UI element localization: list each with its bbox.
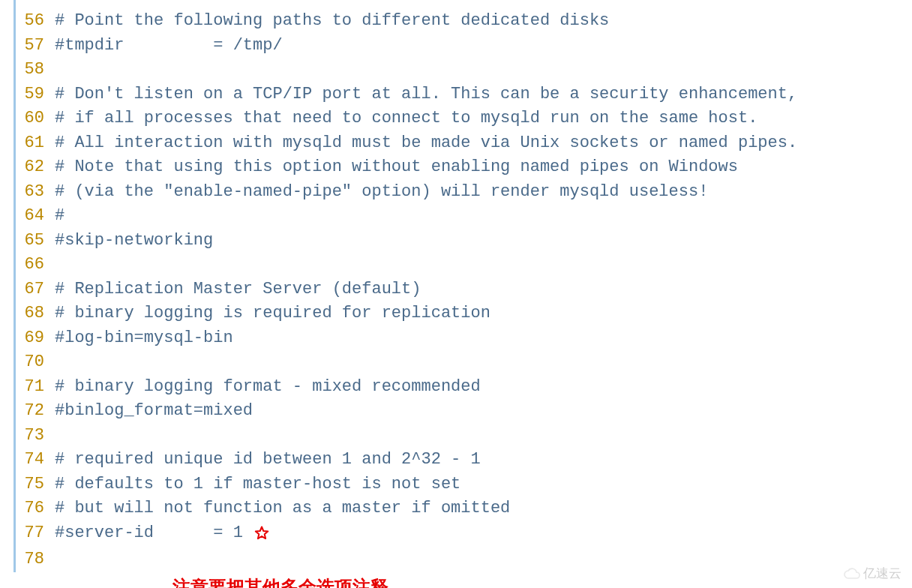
line-number: 60 xyxy=(16,106,55,131)
code-line: 57#tmpdir = /tmp/ xyxy=(16,34,912,58)
code-line: 70 xyxy=(16,350,912,375)
code-text: # binary logging format - mixed recommen… xyxy=(55,375,481,400)
code-text: # (via the "enable-named-pipe" option) w… xyxy=(55,180,708,205)
line-number: 65 xyxy=(16,229,55,254)
code-line: 55 xyxy=(16,3,912,9)
line-number: 72 xyxy=(16,399,55,424)
code-line: 65#skip-networking xyxy=(16,229,912,254)
line-number: 76 xyxy=(16,496,55,521)
code-line: 60# if all processes that need to connec… xyxy=(16,106,912,131)
cloud-icon xyxy=(844,568,860,580)
code-text: # Note that using this option without en… xyxy=(55,155,738,180)
line-number: 55 xyxy=(16,3,55,9)
line-number: 57 xyxy=(16,34,55,58)
code-line: 76# but will not function as a master if… xyxy=(16,496,912,521)
code-line: 73 xyxy=(16,424,912,448)
code-line: 71# binary logging format - mixed recomm… xyxy=(16,375,912,400)
code-text: #tmpdir = /tmp/ xyxy=(55,34,283,58)
code-text: # Point the following paths to different… xyxy=(55,9,609,34)
code-text: # but will not function as a master if o… xyxy=(55,496,510,521)
code-line: 78 xyxy=(16,548,912,572)
code-text: #server-id = 1 xyxy=(55,521,253,546)
code-text: # xyxy=(55,204,64,229)
line-number: 71 xyxy=(16,375,55,400)
line-number: 56 xyxy=(16,9,55,34)
line-number: 62 xyxy=(16,155,55,180)
code-line: 64# xyxy=(16,204,912,229)
star-icon xyxy=(253,525,271,552)
code-line: 74# required unique id between 1 and 2^3… xyxy=(16,448,912,472)
line-number: 70 xyxy=(16,350,55,375)
code-text: # defaults to 1 if master-host is not se… xyxy=(55,472,460,497)
line-number: 75 xyxy=(16,472,55,497)
line-number: 59 xyxy=(16,82,55,107)
line-number: 68 xyxy=(16,302,55,326)
code-text: #log-bin=mysql-bin xyxy=(55,326,233,351)
line-number: 64 xyxy=(16,204,55,229)
code-line: 63# (via the "enable-named-pipe" option)… xyxy=(16,180,912,205)
line-number: 63 xyxy=(16,180,55,205)
code-line: 75# defaults to 1 if master-host is not … xyxy=(16,472,912,497)
line-number: 61 xyxy=(16,131,55,156)
line-number: 74 xyxy=(16,448,55,472)
code-line: 62# Note that using this option without … xyxy=(16,155,912,180)
code-text: # Don't listen on a TCP/IP port at all. … xyxy=(55,82,797,107)
code-line: 69#log-bin=mysql-bin xyxy=(16,326,912,351)
code-text: #binlog_format=mixed xyxy=(55,399,253,424)
line-number: 66 xyxy=(16,253,55,278)
code-editor: 5556# Point the following paths to diffe… xyxy=(14,0,912,572)
line-number: 67 xyxy=(16,278,55,302)
watermark-text: 亿速云 xyxy=(863,565,902,582)
code-text: # required unique id between 1 and 2^32 … xyxy=(55,448,481,472)
code-line: 58 xyxy=(16,58,912,82)
watermark: 亿速云 xyxy=(844,565,902,582)
code-line: 61# All interaction with mysqld must be … xyxy=(16,131,912,156)
line-number: 69 xyxy=(16,326,55,351)
line-number: 73 xyxy=(16,424,55,448)
code-line: 56# Point the following paths to differe… xyxy=(16,9,912,34)
code-text: # All interaction with mysqld must be ma… xyxy=(55,131,797,156)
annotation-text: 注意要把其他多余选项注释 xyxy=(172,575,912,589)
code-line: 59# Don't listen on a TCP/IP port at all… xyxy=(16,82,912,107)
code-text: # Replication Master Server (default) xyxy=(55,278,421,302)
code-text: # if all processes that need to connect … xyxy=(55,106,758,131)
code-line: 66 xyxy=(16,253,912,278)
line-number: 58 xyxy=(16,58,55,82)
code-line: 68# binary logging is required for repli… xyxy=(16,302,912,326)
code-text: #skip-networking xyxy=(55,229,213,254)
line-number: 78 xyxy=(16,548,55,572)
code-line: 72#binlog_format=mixed xyxy=(16,399,912,424)
code-text: # binary logging is required for replica… xyxy=(55,302,490,326)
line-number: 77 xyxy=(16,521,55,546)
code-line: 77#server-id = 1 xyxy=(16,521,912,548)
code-line: 67# Replication Master Server (default) xyxy=(16,278,912,302)
